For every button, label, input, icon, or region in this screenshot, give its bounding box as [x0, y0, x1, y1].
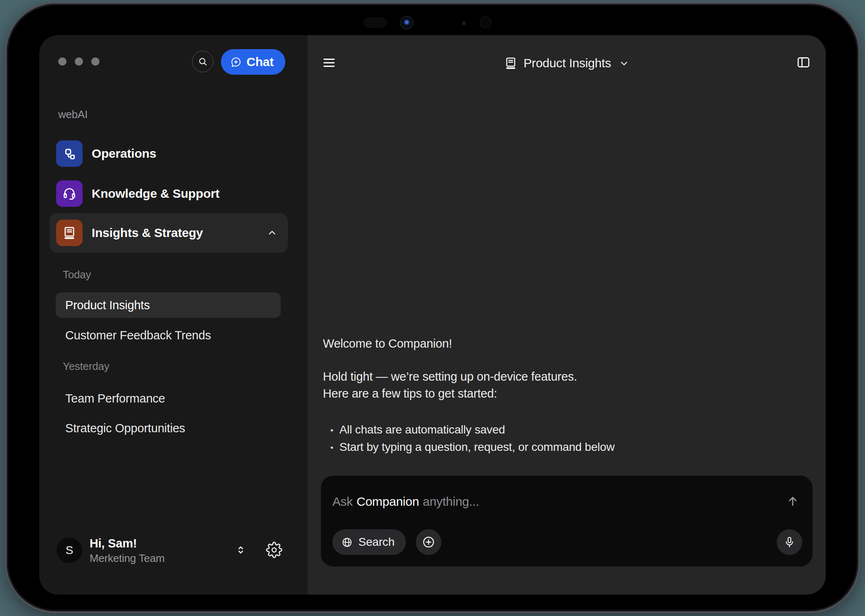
new-chat-label: Chat: [246, 55, 274, 69]
toggle-sidebar-button[interactable]: [794, 53, 813, 71]
avatar-initial: S: [66, 544, 73, 557]
gear-icon: [266, 542, 282, 558]
sidebar-item-knowledge-support[interactable]: Knowledge & Support: [50, 174, 288, 213]
bezel-sensor-ring: [480, 17, 491, 28]
sidebar-panel-icon: [796, 55, 811, 70]
tip-item: All chats are automatically saved: [323, 422, 728, 439]
history-section-yesterday: Yesterday: [63, 360, 109, 373]
arrow-up-icon: [786, 494, 800, 508]
message-input[interactable]: Ask Companion anything...: [332, 495, 479, 509]
placeholder-brand: Companion: [356, 495, 419, 509]
sidebar-item-label: Knowledge & Support: [92, 187, 220, 201]
up-down-chevrons-icon: [235, 544, 247, 556]
chat-main-panel: Product Insights Welcome to Companion! H…: [308, 35, 826, 595]
camera-lens-glint: [405, 20, 409, 24]
chat-history-label: Customer Feedback Trends: [65, 329, 211, 342]
search-button[interactable]: [192, 51, 213, 72]
chevron-down-icon: [619, 58, 630, 69]
intro-line-2: Here are a few tips to get started:: [323, 385, 728, 402]
window-dot[interactable]: [75, 57, 83, 66]
avatar: S: [57, 538, 82, 563]
chat-bubble-plus-icon: [230, 56, 242, 68]
tip-text: All chats are automatically saved: [339, 422, 505, 439]
sidebar-item-label: Operations: [92, 147, 156, 161]
placeholder-suffix: anything...: [423, 495, 479, 509]
chat-history-item[interactable]: Product Insights: [56, 292, 281, 318]
notebook-icon: [56, 220, 83, 246]
page-background: Chat webAI Operations: [0, 0, 865, 616]
sidebar-item-label: Insights & Strategy: [92, 226, 203, 240]
globe-icon: [341, 536, 353, 548]
chat-history-label: Team Performance: [65, 392, 165, 405]
headset-icon: [56, 180, 83, 207]
welcome-line: Welcome to Companion!: [323, 335, 728, 352]
send-button[interactable]: [784, 492, 802, 510]
chat-history-label: Product Insights: [65, 299, 150, 312]
web-search-label: Search: [358, 535, 395, 549]
assistant-welcome-message: Welcome to Companion! Hold tight — we’re…: [323, 335, 728, 456]
window-dot[interactable]: [58, 57, 66, 66]
microphone-icon: [783, 536, 796, 548]
chat-history-label: Strategic Opportunities: [65, 422, 185, 435]
window-controls[interactable]: [58, 57, 100, 66]
chat-history-item[interactable]: Strategic Opportunities: [56, 415, 281, 441]
app-window: Chat webAI Operations: [39, 35, 826, 595]
user-profile-chip[interactable]: S Hi, Sam! Merketing Team: [39, 531, 308, 572]
chevron-up-icon: [266, 227, 278, 239]
sidebar-item-insights-strategy[interactable]: Insights & Strategy: [50, 213, 288, 253]
workflow-icon: [56, 140, 83, 167]
user-team-label: Merketing Team: [90, 552, 165, 565]
page-title: Product Insights: [524, 56, 611, 70]
conversation-title-dropdown[interactable]: Product Insights: [308, 50, 826, 76]
workspace-brand-label: webAI: [58, 108, 88, 121]
tip-item: Start by typing a question, request, or …: [323, 439, 728, 456]
voice-input-button[interactable]: [777, 529, 802, 555]
attach-button[interactable]: [416, 529, 441, 555]
history-section-today: Today: [63, 268, 91, 281]
plus-circle-icon: [422, 535, 436, 549]
composer: Ask Companion anything... Search: [321, 476, 813, 566]
search-icon: [197, 56, 208, 67]
notebook-icon: [504, 56, 518, 70]
window-dot[interactable]: [91, 57, 100, 66]
front-camera: [400, 16, 414, 30]
sidebar: Chat webAI Operations: [39, 35, 308, 595]
web-search-button[interactable]: Search: [332, 529, 406, 555]
intro-line-1: Hold tight — we’re setting up on-device …: [323, 368, 728, 385]
tip-text: Start by typing a question, request, or …: [339, 439, 614, 456]
chat-history-item[interactable]: Team Performance: [56, 386, 281, 411]
settings-button[interactable]: [264, 540, 284, 560]
account-switcher-button[interactable]: [232, 542, 249, 558]
bezel-sensor-pill: [364, 18, 387, 28]
chat-history-item[interactable]: Customer Feedback Trends: [56, 322, 281, 348]
new-chat-button[interactable]: Chat: [221, 49, 285, 75]
placeholder-prefix: Ask: [332, 495, 353, 509]
user-greeting: Hi, Sam!: [90, 537, 137, 550]
sidebar-item-operations[interactable]: Operations: [50, 134, 288, 173]
bezel-sensor-dot: [462, 21, 466, 25]
